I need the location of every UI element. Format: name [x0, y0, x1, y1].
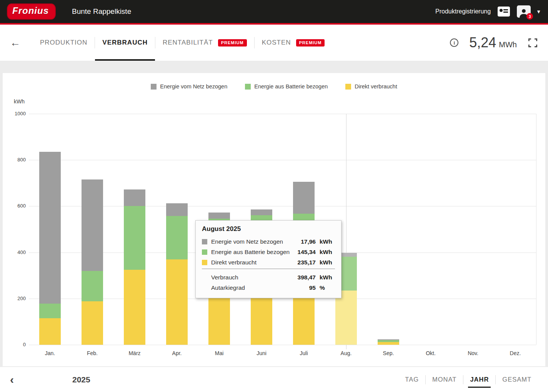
tooltip-value: 95 [309, 284, 316, 291]
legend-swatch-netz [151, 84, 157, 90]
range-tabs: TAG MONAT JAHR GESAMT [398, 375, 538, 384]
x-axis-label: Okt. [410, 350, 452, 356]
bar-segment[interactable] [82, 301, 103, 345]
tooltip-unit: kWh [320, 274, 335, 281]
x-axis-label: Sep. [367, 350, 410, 356]
range-tab-tag[interactable]: TAG [398, 376, 425, 383]
tooltip-unit: kWh [320, 238, 335, 245]
tab-label: VERBRAUCH [102, 39, 148, 47]
tooltip-label: Energie vom Netz bezogen [211, 238, 301, 245]
nav-tabs: PRODUKTION VERBRAUCH RENTABILITÄT PREMIU… [33, 25, 332, 61]
total-energy-unit: MWh [499, 40, 517, 49]
tab-label: RENTABILITÄT [163, 39, 213, 47]
legend-label: Energie vom Netz bezogen [160, 83, 227, 90]
premium-badge: PREMIUM [218, 39, 247, 47]
x-axis-label: Juni [240, 350, 283, 356]
x-axis-label: Nov. [452, 350, 494, 356]
tab-verbrauch[interactable]: VERBRAUCH [95, 25, 155, 61]
gridline [29, 114, 536, 114]
gridline [29, 206, 536, 206]
y-axis-label: 0 [8, 342, 26, 347]
tab-rentabilitaet[interactable]: RENTABILITÄT PREMIUM [155, 25, 254, 61]
tooltip-value: 398,47 [298, 274, 316, 281]
bar-segment[interactable] [124, 270, 145, 345]
x-axis-label: März [113, 350, 156, 356]
tooltip-label: Autarkiegrad [211, 284, 309, 291]
x-axis-label: Mai [198, 350, 240, 356]
system-title: Bunte Rappelkiste [72, 7, 131, 16]
range-tab-jahr[interactable]: JAHR [463, 376, 495, 383]
info-icon[interactable]: i [450, 38, 458, 47]
range-tab-gesamt[interactable]: GESAMT [496, 376, 538, 383]
total-energy-value: 5,24 [469, 35, 496, 51]
tooltip-swatch-netz [202, 239, 207, 244]
tab-label: KOSTEN [262, 39, 291, 47]
bar-segment[interactable] [39, 304, 61, 318]
back-arrow-icon[interactable]: ← [10, 38, 20, 48]
product-registration-link[interactable]: Produktregistrierung [435, 8, 491, 15]
gridline [29, 160, 536, 160]
product-registration-icon[interactable] [498, 7, 510, 17]
tooltip-row-batterie: Energie aus Batterie bezogen 145,34 kWh [202, 247, 335, 257]
x-axis-label: Feb. [71, 350, 113, 356]
previous-period-chevron-icon[interactable]: ‹ [10, 374, 14, 385]
tooltip-label: Direkt verbraucht [211, 259, 298, 266]
gridline [29, 345, 536, 345]
bar-segment[interactable] [335, 291, 357, 345]
tooltip-value: 235,17 [298, 259, 316, 266]
bar-segment[interactable] [39, 318, 61, 345]
bar-segment[interactable] [166, 259, 188, 345]
tooltip-unit: % [320, 284, 335, 291]
chevron-down-icon[interactable]: ▼ [536, 9, 541, 15]
bar-segment[interactable] [251, 209, 272, 215]
section-nav: ← PRODUKTION VERBRAUCH RENTABILITÄT PREM… [0, 25, 548, 61]
bar-segment[interactable] [378, 339, 399, 340]
tooltip-swatch-direkt [202, 260, 207, 265]
tab-produktion[interactable]: PRODUKTION [33, 25, 95, 61]
premium-badge: PREMIUM [296, 39, 325, 47]
bar-segment[interactable] [378, 340, 399, 342]
fronius-logo[interactable]: Fronius [7, 3, 56, 20]
tooltip-unit: kWh [320, 259, 335, 266]
y-axis-label: 800 [8, 157, 26, 163]
legend-label: Direkt verbraucht [355, 83, 397, 90]
x-axis-label: Jan. [29, 350, 71, 356]
legend-item-direkt[interactable]: Direkt verbraucht [345, 83, 397, 90]
notification-badge: 3 [526, 13, 533, 20]
bar-segment[interactable] [208, 213, 230, 219]
tooltip-label: Energie aus Batterie bezogen [211, 249, 298, 256]
y-axis-label: 400 [8, 249, 26, 255]
user-menu[interactable]: 3 [517, 5, 531, 18]
tab-label: PRODUKTION [40, 39, 87, 47]
top-bar: Fronius Bunte Rappelkiste Produktregistr… [0, 0, 548, 25]
tooltip-separator [202, 269, 335, 269]
bar-segment[interactable] [124, 206, 145, 269]
bar-segment[interactable] [82, 179, 103, 271]
legend-item-netz[interactable]: Energie vom Netz bezogen [151, 83, 227, 90]
bar-segment[interactable] [166, 216, 188, 259]
bar-segment[interactable] [378, 342, 399, 345]
bar-segment[interactable] [124, 189, 145, 206]
range-tab-monat[interactable]: MONAT [426, 376, 463, 383]
total-energy: 5,24 MWh [469, 35, 517, 51]
bar-segment[interactable] [82, 271, 103, 301]
tooltip-value: 145,34 [298, 249, 316, 256]
tooltip-label: Verbrauch [211, 274, 298, 281]
chart-card: Energie vom Netz bezogen Energie aus Bat… [3, 73, 545, 366]
y-axis-title: kWh [14, 98, 25, 105]
bar-segment[interactable] [166, 203, 188, 216]
chart-legend: Energie vom Netz bezogen Energie aus Bat… [3, 73, 545, 90]
tooltip-row-autarkiegrad: Autarkiegrad 95 % [202, 282, 335, 293]
fullscreen-icon[interactable] [528, 38, 538, 48]
legend-item-batterie[interactable]: Energie aus Batterie bezogen [245, 83, 328, 90]
chart-tooltip: August 2025 Energie vom Netz bezogen 17,… [195, 220, 341, 298]
legend-swatch-direkt [345, 84, 351, 90]
time-range-bar: ‹ 2025 TAG MONAT JAHR GESAMT [0, 367, 548, 392]
tooltip-title: August 2025 [202, 225, 335, 233]
bar-segment[interactable] [39, 152, 61, 304]
tab-kosten[interactable]: KOSTEN PREMIUM [255, 25, 332, 61]
legend-swatch-batterie [245, 84, 251, 90]
bar-segment[interactable] [293, 182, 315, 214]
tooltip-value: 17,96 [301, 238, 316, 245]
current-period-label: 2025 [72, 375, 90, 384]
